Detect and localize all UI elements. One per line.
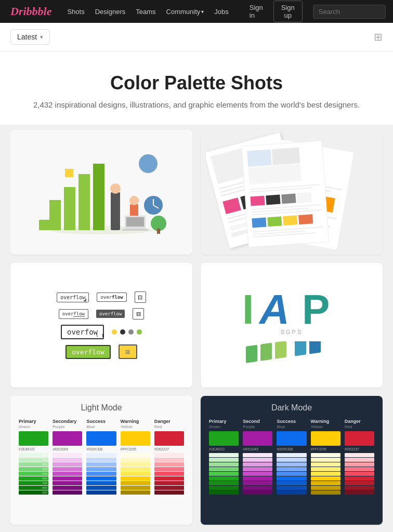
overflow-filled-logo: overflow — [96, 310, 125, 318]
green-dot — [137, 329, 142, 335]
palette-warning: Warning Yellow #FFCD05 — [121, 419, 150, 495]
palette-danger: Danger Red #D62237 — [154, 419, 184, 495]
svg-rect-53 — [281, 194, 296, 204]
yellow-dot — [112, 329, 117, 335]
shot-card-5[interactable]: Light Mode Primary Green #1EA51D 100 200… — [10, 396, 192, 525]
dark-mode-title: Dark Mode — [209, 403, 374, 413]
logo-row-2: overflow overflow ⊟ — [59, 308, 145, 320]
shot-image-4: I A P SGPS — [201, 263, 383, 388]
navigation: Dribbble Shots Designers Teams Community… — [0, 0, 393, 23]
color-dots — [112, 329, 142, 335]
nav-designers[interactable]: Designers — [95, 8, 126, 16]
danger-swatch — [154, 431, 184, 446]
svg-rect-69 — [260, 342, 272, 361]
svg-rect-68 — [246, 344, 257, 363]
svg-rect-61 — [298, 214, 313, 224]
shot-card-2[interactable] — [201, 130, 383, 255]
warning-swatch — [121, 431, 150, 446]
dark-palette-danger: Danger Red #D62237 — [345, 419, 374, 495]
svg-text:I: I — [242, 286, 254, 328]
page-title: Color Palette Shots — [10, 72, 383, 94]
palette-primary: Primary Green #1EA51D 100 200 300 400 50… — [19, 419, 48, 495]
svg-rect-19 — [157, 229, 160, 234]
sort-dropdown[interactable]: Latest ▾ — [10, 29, 50, 45]
overflow-icon-small: ⊡ — [135, 291, 146, 303]
overflow-yellow-icon: ⊡ — [119, 344, 137, 359]
shot-card-4[interactable]: I A P SGPS — [201, 263, 383, 388]
svg-text:A: A — [258, 286, 290, 328]
light-palette-grid: Primary Green #1EA51D 100 200 300 400 50… — [19, 419, 184, 495]
dark-dot — [120, 329, 125, 335]
success-shades — [86, 453, 116, 495]
dark-primary-shades — [209, 453, 239, 495]
dark-palette-secondary: Second Purple #A51DA5 — [243, 419, 272, 495]
dark-palette-success: Success Blue #0D6CEB — [277, 419, 306, 495]
overflow-outline-logo: overflow — [57, 292, 89, 302]
svg-rect-47 — [272, 148, 300, 165]
secondary-swatch — [53, 431, 82, 446]
overflow-small-1: overflow — [59, 309, 88, 319]
svg-rect-58 — [252, 218, 266, 228]
primary-swatch — [19, 431, 48, 446]
secondary-shades — [53, 453, 82, 495]
dark-primary-swatch — [209, 431, 239, 446]
shot-image-2 — [201, 130, 383, 255]
gray-dot — [128, 329, 134, 335]
svg-rect-70 — [275, 341, 286, 359]
dark-palette-grid: Primary Green #1EA51D — [209, 419, 374, 495]
search-input[interactable] — [313, 5, 386, 19]
shot-image-1 — [10, 130, 192, 255]
dark-success-swatch — [277, 431, 306, 446]
logo-row-1: overflow overflow ⊡ — [57, 291, 146, 303]
logo-row-4: overflow ⊡ — [66, 344, 137, 359]
sort-chevron-icon: ▾ — [40, 34, 43, 41]
nav-teams[interactable]: Teams — [136, 8, 155, 16]
hero-section: Color Palette Shots 2,432 inspirational … — [0, 51, 393, 125]
light-mode-title: Light Mode — [19, 403, 184, 413]
svg-rect-5 — [111, 192, 120, 230]
svg-text:P: P — [302, 286, 330, 328]
dark-warning-swatch — [311, 431, 340, 446]
svg-point-8 — [129, 196, 139, 205]
community-chevron-icon: ▾ — [201, 9, 204, 15]
shot-image-5: Light Mode Primary Green #1EA51D 100 200… — [10, 396, 192, 525]
svg-rect-1 — [49, 200, 61, 230]
dark-secondary-swatch — [243, 431, 272, 446]
nav-shots[interactable]: Shots — [67, 8, 84, 16]
primary-shades: 100 200 300 400 500 600 700 800 900 — [19, 453, 48, 495]
svg-point-6 — [110, 183, 121, 194]
svg-rect-59 — [267, 216, 282, 227]
svg-rect-13 — [65, 169, 73, 177]
nav-community[interactable]: Community ▾ — [166, 8, 204, 16]
signup-button[interactable]: Sign up — [273, 1, 303, 22]
svg-rect-51 — [250, 196, 265, 206]
overflow-outline-logo-2: overflow — [97, 292, 126, 302]
grid-view-icon[interactable]: ⊞ — [374, 31, 383, 43]
nav-jobs[interactable]: Jobs — [214, 8, 228, 16]
svg-rect-60 — [283, 215, 297, 225]
overflow-icon-small-2: ⊟ — [133, 308, 144, 320]
shot-card-3[interactable]: overflow overflow ⊡ overflow overflow ⊟ … — [10, 263, 192, 388]
business-illustration — [34, 143, 169, 242]
shot-card-1[interactable] — [10, 130, 192, 255]
signin-link[interactable]: Sign in — [250, 4, 263, 19]
iap-svg: I A P — [240, 286, 344, 328]
shot-card-6[interactable]: Dark Mode Primary Green #1EA51D — [201, 396, 383, 525]
svg-rect-4 — [93, 164, 104, 230]
iap-logo: I A P — [240, 286, 344, 328]
success-swatch — [86, 431, 116, 446]
iap-tabs — [245, 341, 338, 365]
dribbble-logo[interactable]: Dribbble — [10, 5, 51, 18]
svg-rect-52 — [266, 195, 280, 205]
overflow-main-logo: overflow — [61, 325, 104, 339]
sort-label: Latest — [17, 33, 37, 41]
svg-rect-17 — [122, 229, 148, 231]
shot-image-6: Dark Mode Primary Green #1EA51D — [201, 396, 383, 525]
toolbar: Latest ▾ ⊞ — [0, 23, 393, 51]
svg-rect-72 — [309, 341, 321, 354]
warning-shades — [121, 453, 150, 495]
svg-rect-3 — [78, 174, 90, 230]
svg-rect-46 — [247, 150, 271, 167]
shots-grid: overflow overflow ⊡ overflow overflow ⊟ … — [0, 125, 393, 532]
dark-secondary-shades — [243, 453, 272, 495]
